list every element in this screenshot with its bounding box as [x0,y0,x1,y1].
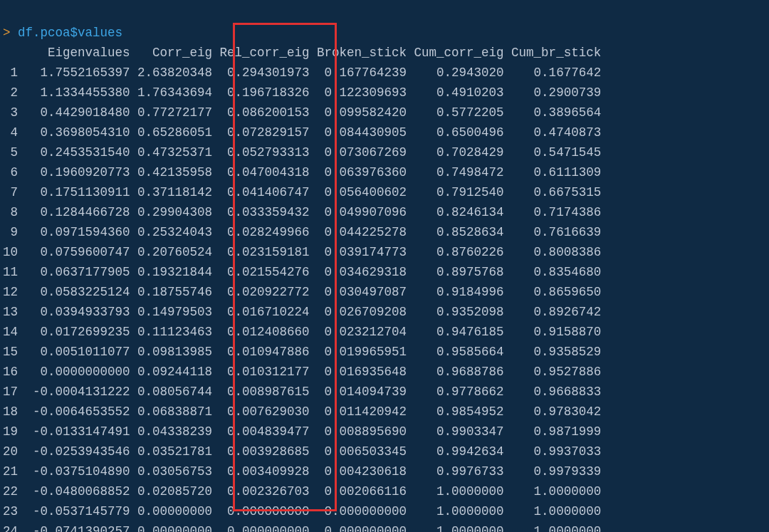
prompt-symbol: > [3,26,11,40]
prompt-line: > df.pcoa$values [3,26,122,40]
r-console[interactable]: > df.pcoa$values Eigenvalues Corr_eig Re… [0,0,769,532]
data-rows: 1 1.7552165397 2.63820348 0.294301973 0.… [3,66,601,532]
header-row: Eigenvalues Corr_eig Rel_corr_eig Broken… [3,43,769,63]
command-text: df.pcoa$values [18,26,122,40]
